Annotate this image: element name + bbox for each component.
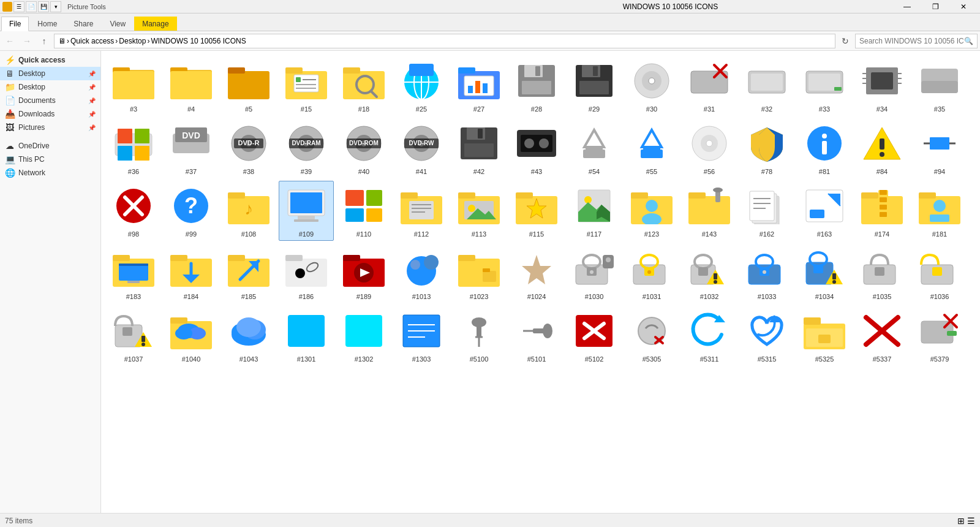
icon-item[interactable]: #5	[221, 56, 276, 116]
icon-item[interactable]: #181	[912, 181, 967, 241]
icon-item[interactable]: #4	[164, 56, 219, 116]
icon-item[interactable]: #174	[854, 181, 910, 241]
qat-dropdown-btn[interactable]: ▾	[50, 1, 61, 12]
icon-item[interactable]: #78	[739, 118, 794, 178]
icon-item[interactable]: #31	[682, 56, 737, 116]
sidebar-item-desktop-2[interactable]: 📁 Desktop 📌	[0, 80, 100, 94]
icon-item[interactable]: #184	[164, 243, 219, 303]
icon-item[interactable]: #42	[451, 118, 507, 178]
icon-item[interactable]: #163	[797, 181, 852, 241]
refresh-btn[interactable]: ↻	[838, 34, 853, 48]
restore-btn[interactable]: ❐	[921, 0, 949, 13]
icon-item[interactable]: #143	[682, 181, 737, 241]
icon-item[interactable]: #98	[106, 181, 161, 241]
icon-item[interactable]: #5315	[739, 306, 794, 366]
icon-item[interactable]: ? #99	[164, 181, 219, 241]
sidebar-item-documents[interactable]: 📄 Documents 📌	[0, 94, 100, 107]
icon-item[interactable]: #32	[739, 56, 794, 116]
icon-item[interactable]: DVD-R #38	[221, 118, 276, 178]
icon-item[interactable]: #1032	[682, 243, 737, 303]
icon-item[interactable]: #5325	[797, 306, 852, 366]
icon-item[interactable]: #29	[567, 56, 622, 116]
icon-item[interactable]: #5100	[451, 306, 507, 366]
icon-item[interactable]: #1013	[394, 243, 449, 303]
icon-item[interactable]: #1043	[221, 306, 276, 366]
icon-item[interactable]: #56	[682, 118, 737, 178]
icon-item[interactable]: #30	[624, 56, 679, 116]
icon-item[interactable]: #1302	[336, 306, 391, 366]
icon-item[interactable]: #1031	[624, 243, 679, 303]
path-part-1[interactable]: Quick access	[70, 37, 114, 45]
forward-btn[interactable]: →	[20, 34, 34, 48]
icon-item[interactable]: #5311	[682, 306, 737, 366]
icon-item[interactable]: #113	[451, 181, 507, 241]
sidebar-item-pictures[interactable]: 🖼 Pictures 📌	[0, 121, 100, 134]
tab-share[interactable]: Share	[66, 17, 101, 31]
close-btn[interactable]: ✕	[949, 0, 978, 13]
icon-item[interactable]: #185	[221, 243, 276, 303]
sidebar-header-quick-access[interactable]: ⚡ Quick access	[0, 53, 100, 67]
icon-item[interactable]: #5102	[567, 306, 622, 366]
icon-item[interactable]: #3	[106, 56, 161, 116]
icon-item[interactable]: #1023	[451, 243, 507, 303]
icon-item[interactable]: #1040	[164, 306, 219, 366]
icon-item[interactable]: DVD-RAM #39	[279, 118, 334, 178]
icon-item[interactable]: DVD-RW #41	[394, 118, 449, 178]
back-btn[interactable]: ←	[2, 34, 17, 48]
icon-item[interactable]: #28	[509, 56, 564, 116]
tab-file[interactable]: File	[1, 17, 29, 31]
icon-item[interactable]: #27	[451, 56, 507, 116]
icon-item[interactable]: #189	[336, 243, 391, 303]
icon-item[interactable]: #54	[567, 118, 622, 178]
icon-item[interactable]: #36	[106, 118, 161, 178]
icon-item[interactable]: #1037	[106, 306, 161, 366]
icon-item[interactable]: #109	[279, 181, 334, 241]
path-part-2[interactable]: Desktop	[119, 37, 146, 45]
qat-new-btn[interactable]: 📄	[26, 1, 37, 12]
sidebar-item-onedrive[interactable]: ☁ OneDrive	[0, 139, 100, 153]
sidebar-item-downloads[interactable]: 📥 Downloads 📌	[0, 107, 100, 121]
icon-item[interactable]: #35	[912, 56, 967, 116]
icon-item[interactable]: #1033	[739, 243, 794, 303]
minimize-btn[interactable]: —	[893, 0, 921, 13]
tab-view[interactable]: View	[102, 17, 134, 31]
icon-item[interactable]: #5101	[509, 306, 564, 366]
icon-item[interactable]: #183	[106, 243, 161, 303]
icon-item[interactable]: #43	[509, 118, 564, 178]
icon-item[interactable]: #117	[567, 181, 622, 241]
icon-item[interactable]: #112	[394, 181, 449, 241]
icon-item[interactable]: #162	[739, 181, 794, 241]
icon-item[interactable]: #55	[624, 118, 679, 178]
icon-item[interactable]: #1301	[279, 306, 334, 366]
icon-item[interactable]: DVD #37	[164, 118, 219, 178]
address-path[interactable]: 🖥 › Quick access › Desktop › WINDOWS 10 …	[54, 34, 835, 48]
icon-item[interactable]: #94	[912, 118, 967, 178]
path-part-3[interactable]: WINDOWS 10 10056 ICONS	[151, 37, 246, 45]
icon-item[interactable]: #18	[336, 56, 391, 116]
icon-item[interactable]: #115	[509, 181, 564, 241]
large-icons-view-btn[interactable]: ⊞	[957, 516, 965, 526]
icon-item[interactable]: #25	[394, 56, 449, 116]
tab-manage[interactable]: Manage	[134, 17, 176, 31]
qat-properties-btn[interactable]: ☰	[13, 1, 24, 12]
qat-save-btn[interactable]: 💾	[38, 1, 49, 12]
icon-item[interactable]: #1035	[854, 243, 910, 303]
icon-item[interactable]: #186	[279, 243, 334, 303]
icon-item[interactable]: #5305	[624, 306, 679, 366]
icon-item[interactable]: #5379	[912, 306, 967, 366]
details-view-btn[interactable]: ☰	[967, 516, 975, 526]
icon-item[interactable]: #1024	[509, 243, 564, 303]
icon-item[interactable]: ♪ #108	[221, 181, 276, 241]
search-input[interactable]	[859, 37, 964, 45]
icon-item[interactable]: #123	[624, 181, 679, 241]
icon-item[interactable]: #1036	[912, 243, 967, 303]
up-btn[interactable]: ↑	[37, 34, 51, 48]
icon-item[interactable]: #15	[279, 56, 334, 116]
search-box[interactable]: 🔍	[855, 34, 978, 48]
icon-item[interactable]: DVD-ROM #40	[336, 118, 391, 178]
sidebar-item-network[interactable]: 🌐 Network	[0, 166, 100, 180]
icon-item[interactable]: #5337	[854, 306, 910, 366]
icon-item[interactable]: #84	[854, 118, 910, 178]
icon-item[interactable]: #1030	[567, 243, 622, 303]
icon-item[interactable]: #34	[854, 56, 910, 116]
